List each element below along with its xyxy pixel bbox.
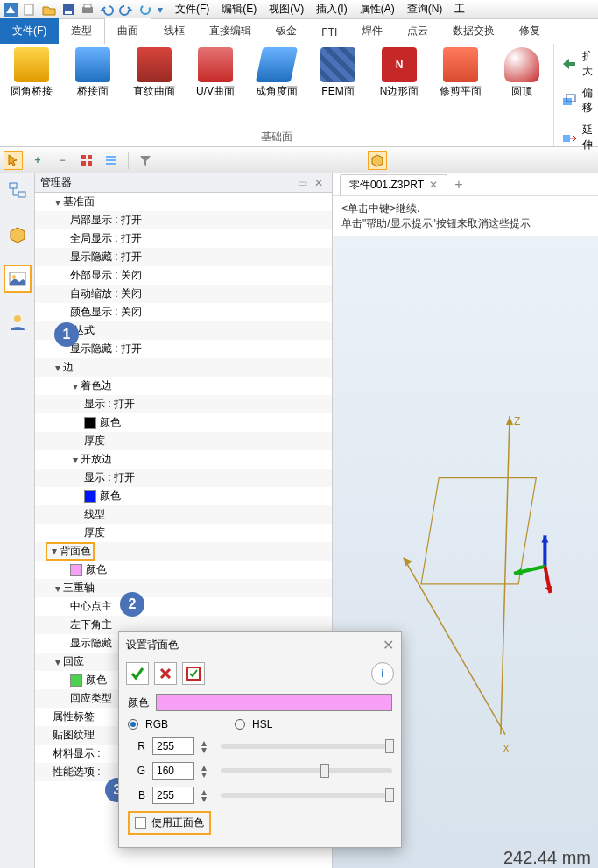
tree-leaf[interactable]: 颜色 [100,489,121,504]
close-icon[interactable]: ✕ [429,179,438,191]
ribbon-qiaojie[interactable]: 桥接面 [67,47,119,99]
tree-leaf[interactable]: 属性标签 [53,709,95,724]
tree-leaf[interactable]: 材料显示 : [53,746,101,761]
ribbon-fem[interactable]: FEM面 [312,47,364,99]
dropdown-icon[interactable]: ▾ [158,4,163,16]
open-icon[interactable] [42,3,56,17]
color-swatch-black[interactable] [84,417,96,429]
spinner-icon[interactable]: ▴▾ [201,764,207,778]
ribbon-xiujian[interactable]: 修剪平面 [434,47,487,99]
spinner-icon[interactable]: ▴▾ [201,739,207,753]
input-g[interactable] [152,762,194,780]
slider-b[interactable] [221,793,392,798]
viewport-tab[interactable]: 零件001.Z3PRT ✕ [340,174,447,195]
ribbon-yuanding[interactable]: 圆顶 [496,47,548,99]
color-swatch-pink[interactable] [70,564,82,576]
tree-node[interactable]: 边 [63,360,74,375]
tree-leaf[interactable]: 线型 [84,507,105,522]
tree-leaf[interactable]: 显示 : 打开 [84,470,135,485]
tree-leaf[interactable]: 颜色显示 : 关闭 [70,305,142,320]
rail-tree[interactable] [4,177,32,205]
color-preview[interactable] [156,694,392,711]
tree-leaf[interactable]: 厚度 [84,434,105,448]
ribbon-uv[interactable]: U/V曲面 [189,47,242,99]
add-tab-icon[interactable]: + [454,177,462,193]
tree-leaf[interactable]: 回应类型 [70,691,112,706]
tb-align[interactable] [102,151,121,170]
rail-image[interactable] [4,265,32,293]
ribbon-chengjiao[interactable]: 成角度面 [250,47,303,99]
print-icon[interactable] [81,3,95,17]
tree-leaf[interactable]: 颜色 [100,415,121,430]
tb-grid[interactable] [77,151,96,170]
tree-node[interactable]: 着色边 [81,378,112,393]
menu-tool[interactable]: 工 [454,2,465,17]
ribbon-zhiwen[interactable]: 直纹曲面 [128,47,180,99]
menu-file[interactable]: 文件(F) [175,2,209,17]
tb-cursor[interactable] [4,151,23,170]
dialog-ok-button[interactable] [126,662,149,685]
undo-icon[interactable] [100,3,114,17]
tb-plus[interactable]: + [28,151,47,170]
color-swatch-green[interactable] [70,674,82,687]
tab-file[interactable]: 文件(F) [0,18,59,44]
dialog-cancel-button[interactable] [154,662,177,685]
tab-fti[interactable]: FTI [309,21,349,44]
tree-leaf[interactable]: 显示隐藏 [70,636,112,651]
dialog-close-icon[interactable]: ✕ [383,637,394,653]
tree-node-backcolor[interactable]: 背面色 [60,545,91,557]
new-icon[interactable] [23,3,37,17]
menu-insert[interactable]: 插入(I) [316,2,347,17]
tab-sheet[interactable]: 钣金 [264,18,309,44]
tree-node[interactable]: 回应 [63,654,84,669]
tree-leaf[interactable]: 性能选项 : [53,765,101,780]
ribbon-yuanjiao[interactable]: 圆角桥接 [5,47,58,99]
tree-leaf[interactable]: 贴图纹理 [53,728,95,743]
input-r[interactable] [152,737,194,755]
menu-attr[interactable]: 属性(A) [360,2,395,17]
ribbon-extend[interactable]: 延伸 [561,123,593,152]
tree-node[interactable]: 三重轴 [63,581,95,596]
tree-leaf[interactable]: 厚度 [84,526,105,540]
tab-pcloud[interactable]: 点云 [395,18,440,44]
tree-leaf[interactable]: 显示隐藏 : 打开 [70,250,142,265]
tab-dataex[interactable]: 数据交换 [440,18,507,44]
tree-leaf[interactable]: 全局显示 : 打开 [70,231,142,246]
tab-repair[interactable]: 修复 [507,18,552,44]
tab-curve[interactable]: 曲面 [104,18,151,44]
input-b[interactable] [152,787,194,804]
tree-leaf[interactable]: 颜色 [86,562,107,577]
tree-leaf[interactable]: 显示 : 打开 [84,397,135,412]
tree-node[interactable]: 开放边 [81,452,112,467]
refresh-icon[interactable] [138,3,152,17]
panel-menu-icon[interactable]: ▭ [294,177,311,189]
tb-cube[interactable] [368,151,387,170]
tree-leaf[interactable]: 外部显示 : 关闭 [70,268,142,283]
ribbon-offset[interactable]: 偏移 [561,86,593,116]
tree-leaf[interactable]: 左下角主 [70,617,112,632]
dialog-titlebar[interactable]: 设置背面色 ✕ [119,632,401,659]
tab-model[interactable]: 造型 [59,18,104,44]
menu-edit[interactable]: 编辑(E) [222,2,257,17]
tb-filter[interactable] [136,151,155,170]
panel-close-icon[interactable]: ✕ [311,177,327,189]
menu-query[interactable]: 查询(N) [407,2,443,17]
tree-leaf[interactable]: 中心点主 [70,599,112,614]
tab-wire[interactable]: 线框 [151,18,197,44]
save-icon[interactable] [61,3,75,17]
slider-g[interactable] [221,768,392,773]
tree-leaf[interactable]: 局部显示 : 打开 [70,213,142,228]
slider-r[interactable] [221,744,392,749]
radio-rgb[interactable] [128,719,138,730]
tab-weld[interactable]: 焊件 [349,18,395,44]
tree-node[interactable]: 基准面 [63,194,95,209]
tb-minus[interactable]: − [53,151,72,170]
tab-direct[interactable]: 直接编辑 [197,18,264,44]
tree-leaf[interactable]: 显示隐藏 : 打开 [70,342,142,356]
tree-leaf[interactable]: 颜色 [86,673,107,688]
dialog-info-button[interactable]: i [371,662,394,685]
rail-box[interactable] [4,221,32,249]
menu-view[interactable]: 视图(V) [269,2,304,17]
radio-hsl[interactable] [235,719,245,730]
ribbon-nbian[interactable]: NN边形面 [373,47,426,99]
